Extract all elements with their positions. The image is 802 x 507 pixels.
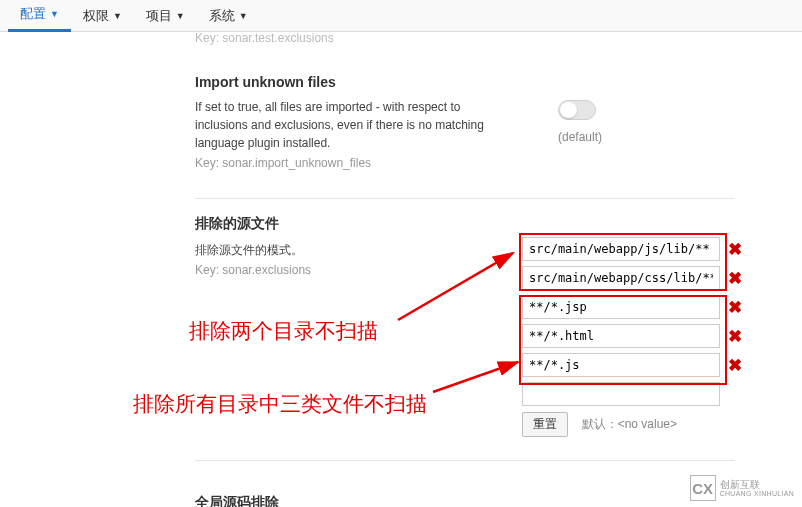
remove-icon[interactable]: ✖ xyxy=(728,297,742,318)
section-key: Key: sonar.exclusions xyxy=(195,263,575,277)
input-row xyxy=(522,382,742,406)
annotation-arrow-2 xyxy=(430,357,525,397)
input-row: ✖ xyxy=(522,353,742,377)
exclusion-input[interactable] xyxy=(522,324,720,348)
exclusion-input[interactable] xyxy=(522,237,720,261)
caret-down-icon: ▼ xyxy=(176,11,185,21)
caret-down-icon: ▼ xyxy=(113,11,122,21)
annotation-text-2: 排除所有目录中三类文件不扫描 xyxy=(133,390,427,418)
exclusion-section: 排除的源文件 排除源文件的模式。 Key: sonar.exclusions xyxy=(195,215,575,277)
exclusion-input[interactable] xyxy=(522,382,720,406)
caret-down-icon: ▼ xyxy=(239,11,248,21)
caret-down-icon: ▼ xyxy=(50,9,59,19)
default-note: 默认：<no value> xyxy=(582,417,677,431)
watermark-line1: 创新互联 xyxy=(720,479,794,490)
nav-tab-label: 权限 xyxy=(83,7,109,25)
reset-row: 重置 默认：<no value> xyxy=(522,412,742,437)
nav-tab-label: 配置 xyxy=(20,5,46,23)
nav-tab-label: 项目 xyxy=(146,7,172,25)
divider xyxy=(195,198,735,199)
watermark: CX 创新互联 CHUANG XINHULIAN xyxy=(690,475,794,501)
annotation-text-1: 排除两个目录不扫描 xyxy=(189,317,378,345)
remove-icon[interactable]: ✖ xyxy=(728,355,742,376)
nav-tab-perm[interactable]: 权限▼ xyxy=(71,0,134,32)
exclusion-input[interactable] xyxy=(522,353,720,377)
section-title: 全局源码排除 xyxy=(195,494,279,507)
default-label: (default) xyxy=(558,130,602,144)
watermark-line2: CHUANG XINHULIAN xyxy=(720,490,794,498)
nav-tab-system[interactable]: 系统▼ xyxy=(197,0,260,32)
toggle-knob xyxy=(560,102,577,118)
input-row: ✖ xyxy=(522,266,742,290)
content-area: Key: sonar.test.exclusions Import unknow… xyxy=(0,32,802,507)
section-title: Import unknown files xyxy=(195,74,575,90)
remove-icon[interactable]: ✖ xyxy=(728,239,742,260)
input-row: ✖ xyxy=(522,237,742,261)
svg-line-1 xyxy=(433,362,518,392)
input-row: ✖ xyxy=(522,324,742,348)
exclusion-input[interactable] xyxy=(522,266,720,290)
watermark-logo: CX xyxy=(690,475,716,501)
import-unknown-section: Import unknown files If set to true, all… xyxy=(195,74,575,170)
section-desc: 排除源文件的模式。 xyxy=(195,241,395,259)
divider xyxy=(195,460,735,461)
reset-button[interactable]: 重置 xyxy=(522,412,568,437)
section-desc: If set to true, all files are imported -… xyxy=(195,98,485,152)
toggle-switch[interactable] xyxy=(558,100,596,120)
nav-tab-config[interactable]: 配置▼ xyxy=(8,0,71,32)
nav-tab-project[interactable]: 项目▼ xyxy=(134,0,197,32)
input-row: ✖ xyxy=(522,295,742,319)
main-column: Import unknown files If set to true, all… xyxy=(195,32,575,305)
remove-icon[interactable]: ✖ xyxy=(728,326,742,347)
section-key: Key: sonar.import_unknown_files xyxy=(195,156,575,170)
nav-bar: 配置▼ 权限▼ 项目▼ 系统▼ xyxy=(0,0,802,32)
remove-icon[interactable]: ✖ xyxy=(728,268,742,289)
exclusion-inputs: ✖ ✖ ✖ ✖ ✖ 重置 默认：<no value> xyxy=(522,237,742,437)
exclusion-input[interactable] xyxy=(522,295,720,319)
bottom-section-title: 全局源码排除 xyxy=(195,494,279,507)
watermark-text: 创新互联 CHUANG XINHULIAN xyxy=(720,479,794,498)
section-title: 排除的源文件 xyxy=(195,215,575,233)
nav-tab-label: 系统 xyxy=(209,7,235,25)
